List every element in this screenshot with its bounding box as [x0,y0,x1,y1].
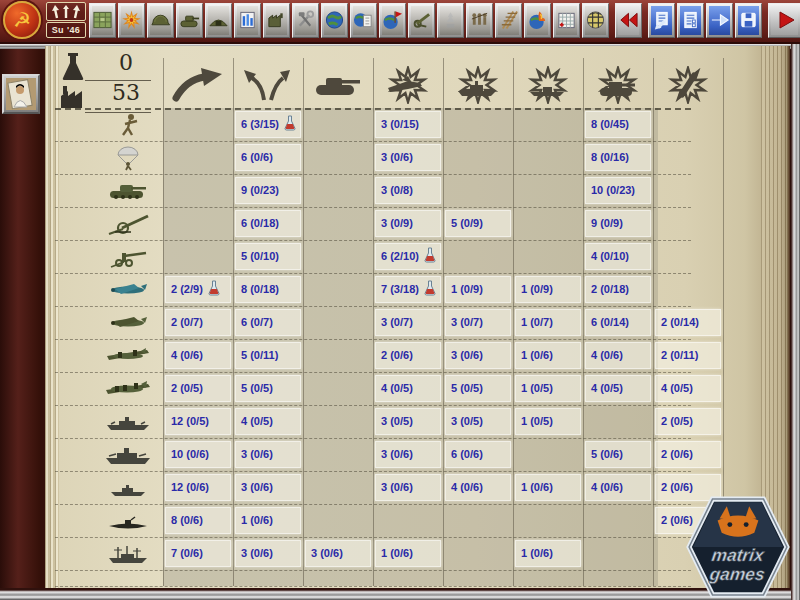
research-cell-paratroops-air-attack[interactable]: 3 (0/6) [375,144,441,171]
calendar-button[interactable] [553,3,580,38]
research-cell-fighter-ground-attack[interactable]: 2 (0/18) [585,276,651,303]
research-cell-paratroops-action-points[interactable]: 6 (0/6) [235,144,301,171]
research-cell-destroyer-sub-attack[interactable]: 1 (0/6) [515,474,581,501]
end-turn-button[interactable] [768,3,800,38]
research-cell-tactical-bomber-air-attack[interactable]: 3 (0/7) [375,309,441,336]
research-cell-heavy-bomber-movement[interactable]: 2 (0/5) [165,375,231,402]
statue-button[interactable] [437,3,464,38]
research-cell-medium-bomber-naval-attack[interactable]: 3 (0/6) [445,342,511,369]
research-cell-submarine-action-points[interactable]: 1 (0/6) [235,507,301,534]
research-cell-battleship-ground-attack[interactable]: 5 (0/6) [585,441,651,468]
cell-value: 2 (0/18) [591,283,629,295]
research-cell-medium-bomber-ground-attack[interactable]: 4 (0/6) [585,342,651,369]
politics-button[interactable] [379,3,406,38]
load-button[interactable] [648,3,675,38]
research-cell-tank-action-points[interactable]: 9 (0/23) [235,177,301,204]
research-cell-tactical-bomber-action-points[interactable]: 6 (0/7) [235,309,301,336]
reports-button[interactable] [677,3,704,38]
research-cell-battleship-movement[interactable]: 10 (0/6) [165,441,231,468]
research-cell-transport-ship-sub-attack[interactable]: 1 (0/6) [515,540,581,567]
research-cell-anti-tank-gun-air-attack[interactable]: 6 (2/10) [375,243,441,270]
research-cell-transport-ship-air-attack[interactable]: 1 (0/6) [375,540,441,567]
research-cell-destroyer-naval-attack[interactable]: 4 (0/6) [445,474,511,501]
research-cell-infantry-action-points[interactable]: 6 (3/15) [235,111,301,138]
next-button[interactable] [706,3,733,38]
research-cell-cruiser-naval-attack[interactable]: 3 (0/5) [445,408,511,435]
units-button[interactable] [147,3,174,38]
research-cell-artillery-action-points[interactable]: 6 (0/18) [235,210,301,237]
research-cell-fighter-sub-attack[interactable]: 1 (0/9) [515,276,581,303]
research-cell-infantry-ground-attack[interactable]: 8 (0/45) [585,111,651,138]
research-cell-anti-tank-gun-action-points[interactable]: 5 (0/10) [235,243,301,270]
research-cell-medium-bomber-action-points[interactable]: 5 (0/11) [235,342,301,369]
research-cell-battleship-air-attack[interactable]: 3 (0/6) [375,441,441,468]
research-cell-tank-air-attack[interactable]: 3 (0/8) [375,177,441,204]
research-cell-battleship-strategic-attack[interactable]: 2 (0/6) [655,441,721,468]
research-cell-tactical-bomber-movement[interactable]: 2 (0/7) [165,309,231,336]
research-button[interactable] [234,3,261,38]
rewind-button[interactable] [615,3,642,38]
turn-panel[interactable]: Su '46 [45,2,87,38]
research-cell-battleship-naval-attack[interactable]: 6 (0/6) [445,441,511,468]
map-button[interactable] [89,3,116,38]
globe-document-icon [353,6,374,35]
research-cell-tactical-bomber-strategic-attack[interactable]: 2 (0/14) [655,309,721,336]
research-cell-medium-bomber-movement[interactable]: 4 (0/6) [165,342,231,369]
vehicles-button[interactable] [176,3,203,38]
research-cell-cruiser-sub-attack[interactable]: 1 (0/5) [515,408,581,435]
industry-button[interactable] [263,3,290,38]
research-cell-paratroops-ground-attack[interactable]: 8 (0/16) [585,144,651,171]
combat-button[interactable] [118,3,145,38]
research-cell-cruiser-strategic-attack[interactable]: 2 (0/5) [655,408,721,435]
globe-grid-button[interactable] [582,3,609,38]
research-cell-cruiser-action-points[interactable]: 4 (0/5) [235,408,301,435]
manpower-button[interactable] [466,3,493,38]
repair-button[interactable] [292,3,319,38]
research-cell-cruiser-movement[interactable]: 12 (0/5) [165,408,231,435]
research-cell-tactical-bomber-naval-attack[interactable]: 3 (0/7) [445,309,511,336]
research-cell-destroyer-movement[interactable]: 12 (0/6) [165,474,231,501]
research-cell-infantry-air-attack[interactable]: 3 (0/15) [375,111,441,138]
research-cell-medium-bomber-air-attack[interactable]: 2 (0/6) [375,342,441,369]
grid-line-vertical [303,58,304,586]
research-cell-medium-bomber-strategic-attack[interactable]: 2 (0/11) [655,342,721,369]
war-map-button[interactable] [524,3,551,38]
research-cell-heavy-bomber-naval-attack[interactable]: 5 (0/5) [445,375,511,402]
research-cell-heavy-bomber-sub-attack[interactable]: 1 (0/5) [515,375,581,402]
research-cell-fighter-movement[interactable]: 2 (2/9) [165,276,231,303]
faction-flag-button[interactable]: ☭ [3,1,41,39]
world-map-button[interactable] [321,3,348,38]
research-cell-tactical-bomber-sub-attack[interactable]: 1 (0/7) [515,309,581,336]
save-button[interactable] [735,3,762,38]
research-cell-heavy-bomber-strategic-attack[interactable]: 4 (0/5) [655,375,721,402]
production-button[interactable] [408,3,435,38]
research-cell-tank-ground-attack[interactable]: 10 (0/23) [585,177,651,204]
diplomacy-button[interactable] [350,3,377,38]
research-cell-artillery-naval-attack[interactable]: 5 (0/9) [445,210,511,237]
research-cell-heavy-bomber-ground-attack[interactable]: 4 (0/5) [585,375,651,402]
research-cell-medium-bomber-sub-attack[interactable]: 1 (0/6) [515,342,581,369]
research-cell-artillery-air-attack[interactable]: 3 (0/9) [375,210,441,237]
fortification-button[interactable] [205,3,232,38]
research-cell-fighter-action-points[interactable]: 8 (0/18) [235,276,301,303]
railroad-button[interactable] [495,3,522,38]
research-cell-anti-tank-gun-ground-attack[interactable]: 4 (0/10) [585,243,651,270]
research-cell-fighter-naval-attack[interactable]: 1 (0/9) [445,276,511,303]
research-cell-transport-ship-action-points[interactable]: 3 (0/6) [235,540,301,567]
research-cell-tactical-bomber-ground-attack[interactable]: 6 (0/14) [585,309,651,336]
research-cell-heavy-bomber-air-attack[interactable]: 4 (0/5) [375,375,441,402]
research-cell-submarine-movement[interactable]: 8 (0/6) [165,507,231,534]
research-cell-artillery-ground-attack[interactable]: 9 (0/9) [585,210,651,237]
research-cell-destroyer-action-points[interactable]: 3 (0/6) [235,474,301,501]
portrait-button[interactable] [2,74,40,114]
research-flask-icon [203,283,220,295]
research-cell-cruiser-air-attack[interactable]: 3 (0/5) [375,408,441,435]
research-cell-transport-ship-armor[interactable]: 3 (0/6) [305,540,371,567]
research-cell-battleship-action-points[interactable]: 3 (0/6) [235,441,301,468]
research-cell-heavy-bomber-action-points[interactable]: 5 (0/5) [235,375,301,402]
research-cell-fighter-air-attack[interactable]: 7 (3/18) [375,276,441,303]
cell-value: 4 (0/6) [171,349,203,361]
research-cell-destroyer-air-attack[interactable]: 3 (0/6) [375,474,441,501]
research-cell-transport-ship-movement[interactable]: 7 (0/6) [165,540,231,567]
research-cell-destroyer-ground-attack[interactable]: 4 (0/6) [585,474,651,501]
